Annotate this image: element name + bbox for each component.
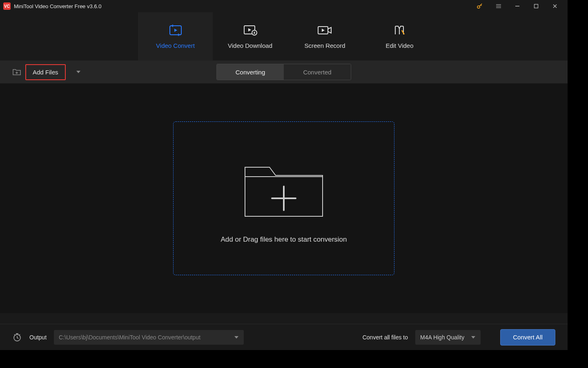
- main-tabs: Video Convert Video Download Screen Reco…: [0, 12, 568, 61]
- tab-video-convert-label: Video Convert: [156, 42, 195, 49]
- tab-video-download[interactable]: Video Download: [213, 12, 287, 61]
- titlebar-right: [470, 0, 564, 12]
- svg-marker-14: [322, 29, 325, 32]
- sub-tabs: Converting Converted: [216, 64, 351, 80]
- download-icon: [243, 24, 257, 36]
- menu-icon[interactable]: [489, 0, 508, 12]
- convert-target-value: M4A High Quality: [420, 334, 464, 341]
- sub-tab-converting[interactable]: Converting: [217, 64, 284, 80]
- tab-video-convert[interactable]: Video Convert: [138, 12, 213, 61]
- content-area: Add or Drag files here to start conversi…: [0, 83, 568, 313]
- convert-all-files-to-label: Convert all files to: [363, 334, 408, 341]
- tab-edit-video[interactable]: Edit Video: [362, 12, 437, 61]
- convert-all-button[interactable]: Convert All: [500, 329, 555, 346]
- svg-marker-11: [248, 28, 251, 31]
- svg-marker-17: [76, 71, 80, 73]
- folder-plus-icon: [241, 153, 327, 222]
- dropzone-text: Add or Drag files here to start conversi…: [221, 236, 347, 244]
- tab-screen-record-label: Screen Record: [304, 42, 345, 49]
- svg-marker-23: [471, 336, 475, 339]
- toolbar: Add Files Converting Converted: [0, 61, 568, 83]
- schedule-icon[interactable]: [12, 332, 22, 342]
- app-logo-icon: VC: [3, 2, 11, 10]
- tab-video-download-label: Video Download: [228, 42, 272, 49]
- edit-icon: [394, 24, 406, 36]
- output-path-select[interactable]: C:\Users\bj\Documents\MiniTool Video Con…: [54, 330, 244, 345]
- record-icon: [317, 24, 333, 36]
- maximize-button[interactable]: [527, 0, 546, 12]
- chevron-down-icon: [234, 336, 239, 339]
- close-button[interactable]: [546, 0, 564, 12]
- add-files-button[interactable]: Add Files: [25, 64, 66, 80]
- output-path-value: C:\Users\bj\Documents\MiniTool Video Con…: [59, 334, 200, 341]
- output-label: Output: [29, 334, 47, 341]
- dropzone[interactable]: Add or Drag files here to start conversi…: [173, 121, 394, 275]
- app-title: MiniTool Video Converter Free v3.6.0: [14, 3, 101, 9]
- chevron-down-icon: [471, 336, 476, 339]
- minimize-button[interactable]: [508, 0, 527, 12]
- svg-marker-22: [234, 336, 238, 339]
- add-files-group: Add Files: [12, 64, 81, 80]
- footer: Output C:\Users\bj\Documents\MiniTool Vi…: [0, 324, 568, 350]
- svg-marker-9: [174, 29, 177, 32]
- sub-tab-converted[interactable]: Converted: [284, 64, 351, 80]
- convert-icon: [169, 24, 183, 36]
- svg-rect-5: [535, 4, 538, 8]
- add-files-dropdown-icon[interactable]: [76, 70, 81, 74]
- titlebar: VC MiniTool Video Converter Free v3.6.0: [0, 0, 568, 12]
- license-key-icon[interactable]: [470, 0, 489, 12]
- tab-screen-record[interactable]: Screen Record: [287, 12, 362, 61]
- convert-target-select[interactable]: M4A High Quality: [415, 330, 481, 345]
- app-window: VC MiniTool Video Converter Free v3.6.0: [0, 0, 568, 350]
- folder-add-icon[interactable]: [12, 68, 21, 76]
- tab-edit-video-label: Edit Video: [385, 42, 413, 49]
- titlebar-left: VC MiniTool Video Converter Free v3.6.0: [3, 2, 101, 10]
